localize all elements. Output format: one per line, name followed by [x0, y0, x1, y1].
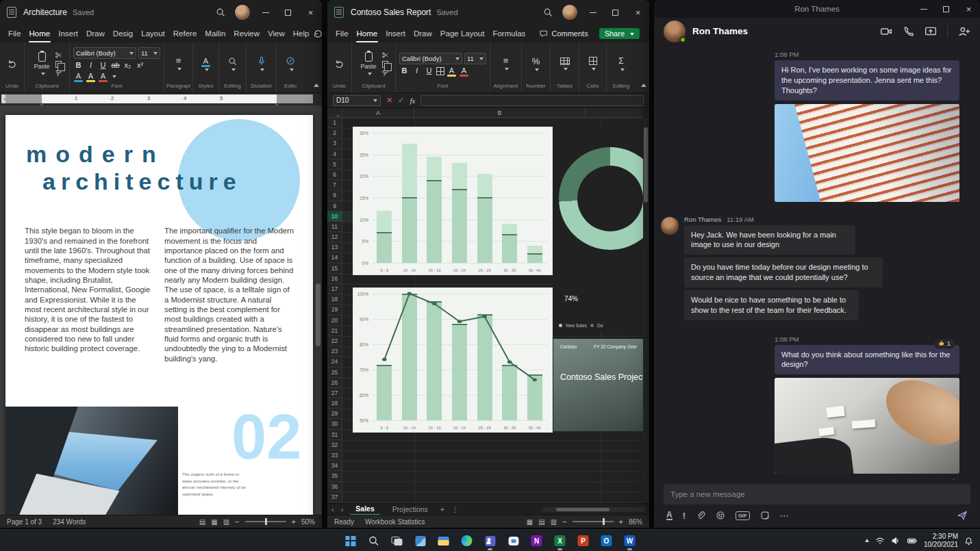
bold-button[interactable]: B	[399, 66, 410, 75]
donut-chart[interactable]: 74% New Sales Da	[553, 127, 644, 332]
avatar[interactable]	[562, 5, 577, 20]
sticker-icon[interactable]	[760, 511, 770, 520]
font-name-select[interactable]: Calibri (Body)	[73, 47, 136, 59]
menu-tab-formulas[interactable]: Formulas	[488, 25, 529, 42]
alignment-button[interactable]: ≡	[496, 57, 516, 71]
zoom-in-button[interactable]: +	[292, 517, 296, 526]
tab-options-icon[interactable]: ⋮	[451, 505, 459, 514]
row-header[interactable]: 10	[327, 212, 342, 222]
page-indicator[interactable]: Page 1 of 3	[7, 518, 42, 526]
maximize-button[interactable]	[604, 0, 627, 25]
tables-button[interactable]	[555, 57, 575, 71]
zoom-in-button[interactable]: +	[619, 517, 623, 526]
widgets-button[interactable]	[411, 532, 429, 550]
emoji-icon[interactable]	[716, 511, 725, 520]
minimize-button[interactable]	[254, 0, 277, 25]
indent-marker[interactable]	[40, 101, 44, 105]
maximize-button[interactable]	[277, 0, 299, 25]
excel-vertical-scrollbar[interactable]	[643, 118, 649, 502]
number-format-button[interactable]: %	[526, 57, 546, 72]
search-icon[interactable]	[216, 8, 225, 17]
editing-button[interactable]	[223, 57, 243, 72]
row-header[interactable]: 35	[327, 471, 342, 481]
workbook-statistics[interactable]: Workbook Statistics	[365, 518, 425, 526]
contact-avatar[interactable]	[664, 21, 686, 42]
row-header[interactable]: 15	[327, 264, 342, 274]
bold-button[interactable]: B	[73, 61, 84, 70]
add-sheet-button[interactable]: +	[440, 505, 444, 513]
task-view-button[interactable]	[388, 532, 406, 550]
more-options-icon[interactable]: ⋯	[780, 511, 789, 521]
message-bubble[interactable]: Hi Ron, I've been working on some image …	[775, 60, 959, 101]
row-header[interactable]: 25	[327, 368, 342, 378]
subscript-button[interactable]: x₂	[123, 61, 133, 70]
attach-icon[interactable]	[696, 511, 705, 520]
format-icon[interactable]: A	[666, 511, 673, 520]
menu-tab-insert[interactable]: Insert	[381, 25, 410, 42]
audio-call-icon[interactable]	[903, 25, 914, 37]
row-header[interactable]: 31	[327, 430, 342, 440]
sender-avatar[interactable]	[661, 217, 679, 235]
row-header[interactable]: 33	[327, 450, 342, 461]
font-size-select[interactable]: 11	[138, 47, 160, 59]
zoom-out-button[interactable]: −	[235, 517, 239, 526]
send-icon[interactable]	[957, 510, 968, 521]
row-header[interactable]: 22	[327, 336, 342, 346]
search-icon[interactable]	[543, 8, 553, 17]
tray-overflow-chevron[interactable]	[865, 537, 869, 542]
slide-preview[interactable]: Contoso FY 22 Company Over Contoso Sales…	[553, 339, 644, 431]
menu-tab-draw[interactable]: Draw	[82, 25, 109, 42]
print-layout-icon[interactable]: ▦	[211, 518, 217, 526]
maximize-button[interactable]	[935, 0, 957, 18]
insert-function-icon[interactable]: fx	[410, 97, 415, 105]
row-header[interactable]: 11	[327, 222, 342, 232]
underline-button[interactable]: U	[98, 61, 108, 70]
menu-tab-home[interactable]: Home	[25, 25, 55, 42]
paragraph-button[interactable]: ≡	[168, 57, 189, 71]
row-header[interactable]: 7	[327, 180, 342, 190]
row-header[interactable]: 14	[327, 253, 342, 263]
zoom-out-button[interactable]: −	[562, 517, 566, 526]
font-color-button[interactable]: A	[98, 72, 108, 81]
paste-button[interactable]: Paste	[32, 52, 52, 76]
architecture-model-image[interactable]	[775, 378, 959, 474]
screen-share-icon[interactable]	[925, 25, 937, 38]
zoom-level[interactable]: 86%	[629, 518, 642, 526]
sheet-tab-sales[interactable]: Sales	[350, 504, 379, 515]
menu-tab-draw[interactable]: Draw	[410, 25, 436, 42]
minimize-button[interactable]	[912, 0, 935, 18]
row-header[interactable]: 27	[327, 388, 342, 398]
column-header[interactable]: B	[414, 108, 586, 118]
collapse-ribbon-icon[interactable]	[314, 77, 319, 90]
chat-area[interactable]: 1:08 PM Hi Ron, I've been working on som…	[654, 45, 980, 480]
excel-sheet[interactable]: AB 1234567891011121314151617181920212223…	[327, 108, 649, 503]
file-explorer-button[interactable]	[434, 532, 453, 550]
building-facade-image[interactable]	[775, 104, 959, 202]
row-header[interactable]: 18	[327, 294, 342, 305]
battery-icon[interactable]	[907, 536, 918, 546]
row-header[interactable]: 32	[327, 440, 342, 450]
web-layout-icon[interactable]: ▥	[223, 518, 229, 526]
add-people-icon[interactable]	[958, 25, 970, 38]
row-header[interactable]: 17	[327, 284, 342, 294]
row-header[interactable]: 19	[327, 305, 342, 315]
teams-button[interactable]	[481, 532, 499, 550]
strikethrough-button[interactable]: ab	[110, 61, 121, 70]
collapse-ribbon-icon[interactable]	[641, 77, 646, 90]
row-header[interactable]: 6	[327, 170, 342, 180]
page-break-icon[interactable]: ▥	[551, 518, 557, 526]
menu-tab-layout[interactable]: Layout	[137, 25, 169, 42]
menu-tab-review[interactable]: Review	[229, 25, 264, 42]
notification-bell-icon[interactable]	[964, 537, 973, 546]
menu-tab-insert[interactable]: Insert	[54, 25, 82, 42]
indent-marker[interactable]	[275, 101, 279, 105]
volume-icon[interactable]	[891, 536, 901, 546]
enter-icon[interactable]: ✓	[398, 96, 404, 105]
menu-tab-refere[interactable]: Refere	[169, 25, 201, 42]
avatar[interactable]	[235, 5, 250, 20]
underline-button[interactable]: U	[424, 66, 434, 75]
message-bubble[interactable]: What do you think about something like t…	[775, 345, 959, 375]
powerpoint-button[interactable]: P	[574, 532, 592, 550]
trend-bar-chart[interactable]: 100%90%80%70%60%50% 5 - 910 - 1415 - 192…	[353, 287, 553, 433]
priority-icon[interactable]: !	[683, 511, 686, 521]
